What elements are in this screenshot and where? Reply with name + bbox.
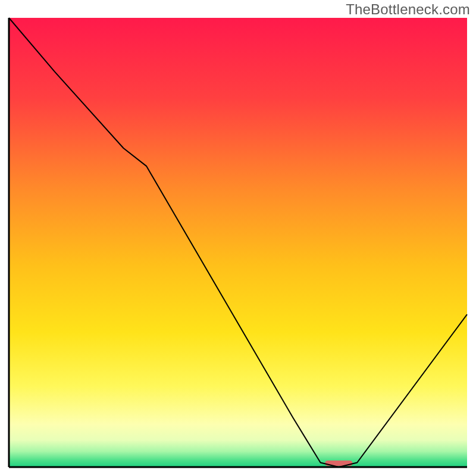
chart-canvas bbox=[0, 0, 476, 476]
gradient-background bbox=[9, 18, 467, 467]
